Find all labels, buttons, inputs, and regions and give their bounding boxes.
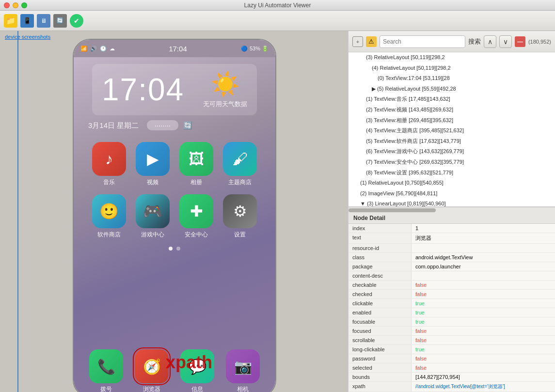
app-theme[interactable]: 🖌 主题商店 — [220, 142, 260, 187]
app-gallery-label: 相册 — [190, 178, 202, 187]
device-screenshots-label[interactable]: device screenshots — [0, 31, 55, 43]
left-panel: device screenshots 📶 🔊 🕐 ☁ 17:04 🔵 53% 🔋 — [0, 31, 348, 392]
detail-value[interactable]: true — [412, 345, 555, 354]
tree-item[interactable]: (2) TextView:视频 [143,485][269,632] — [349, 105, 555, 115]
app-store[interactable]: 🙂 软件商店 — [89, 194, 129, 239]
detail-value[interactable]: false — [412, 327, 555, 335]
detail-value[interactable] — [412, 271, 555, 280]
weather-widget: 17:04 ☀️ 无可用天气数据 — [92, 64, 257, 115]
detail-key: focused — [349, 327, 412, 335]
detail-value[interactable]: false — [412, 290, 555, 298]
prev-nav-button[interactable]: ∧ — [484, 35, 496, 48]
app-browser[interactable]: 🧭 浏览器 — [135, 349, 169, 392]
detail-value[interactable]: android.widget.TextView — [412, 253, 555, 262]
tree-item[interactable]: (6) TextView:游戏中心 [143,632][269,779] — [349, 146, 555, 157]
detail-value[interactable]: false — [412, 281, 555, 289]
search-label: 搜索 — [468, 37, 481, 46]
page-dot-2[interactable] — [176, 247, 180, 251]
tree-item[interactable]: (1) TextView:音乐 [17,485][143,632] — [349, 94, 555, 105]
close-window-button[interactable] — [4, 2, 10, 8]
app-gallery[interactable]: 🖼 相册 — [176, 142, 216, 187]
window-title: Lazy Ui Automator Viewer — [244, 2, 311, 9]
search-input-wrap[interactable] — [380, 35, 465, 48]
date-display: 3月14日 星期二 ········ 🔄 — [88, 120, 192, 130]
app-camera[interactable]: 📷 相机 — [226, 349, 260, 392]
detail-value[interactable]: true — [412, 299, 555, 308]
gallery-icon: 🖼 — [179, 142, 213, 176]
maximize-window-button[interactable] — [21, 2, 27, 8]
detail-value[interactable]: true — [412, 317, 555, 326]
detail-value[interactable]: false — [412, 363, 555, 372]
search-input[interactable] — [383, 38, 462, 45]
tree-item[interactable]: (4) TextView:主题商店 [395,485][521,632] — [349, 125, 555, 136]
app-video-label: 视频 — [147, 178, 159, 187]
check-icon[interactable]: ✔ — [70, 14, 83, 28]
tree-item[interactable]: (8) TextView:设置 [395,632][521,779] — [349, 168, 555, 178]
detail-key: checked — [349, 290, 412, 298]
detail-value[interactable]: false — [412, 336, 555, 345]
reload-icon[interactable]: 🔄 — [53, 14, 67, 28]
close-search-button[interactable]: — — [515, 36, 525, 47]
detail-value[interactable]: 1 — [412, 224, 555, 233]
tree-scrollbar-thumb[interactable] — [349, 208, 436, 212]
detail-key: long-clickable — [349, 345, 412, 354]
tree-item[interactable]: ▶ (5) RelativeLayout [55,59][492,28 — [349, 84, 555, 94]
detail-row: classandroid.widget.TextView — [349, 253, 555, 262]
tree-item[interactable]: (7) TextView:安全中心 [269,632][395,779] — [349, 157, 555, 168]
detail-key: xpath — [349, 382, 412, 392]
detail-key: index — [349, 224, 412, 233]
music-icon: ♪ — [92, 142, 126, 176]
app-game[interactable]: 🎮 游戏中心 — [133, 194, 173, 239]
tree-panel[interactable]: (3) RelativeLayout [50,119][298,2(4) Rel… — [349, 52, 555, 207]
detail-value[interactable]: [144,827][270,954] — [412, 373, 555, 381]
tree-item[interactable]: ▼ (3) LinearLayout [0,819][540,960] — [349, 199, 555, 207]
minimize-window-button[interactable] — [13, 2, 18, 8]
detail-value[interactable]: //android.widget.TextView[@text='浏览器'] — [412, 382, 555, 392]
detail-value[interactable] — [412, 244, 555, 252]
detail-key: class — [349, 253, 412, 262]
folder-icon[interactable]: 📁 — [4, 14, 17, 28]
clock-display: 17:04 — [102, 72, 184, 108]
tree-item[interactable]: (5) TextView:软件商店 [17,632][143,779] — [349, 136, 555, 147]
next-nav-button[interactable]: ∨ — [499, 35, 512, 48]
app-security[interactable]: ✚ 安全中心 — [176, 194, 216, 239]
detail-row: checkablefalse — [349, 281, 555, 290]
detail-key: resource-id — [349, 244, 412, 252]
detail-value[interactable]: 浏览器 — [412, 233, 555, 243]
page-dot-1[interactable] — [169, 247, 173, 251]
detail-value[interactable]: false — [412, 354, 555, 363]
screen-icon[interactable]: 🖥 — [37, 14, 50, 28]
app-settings[interactable]: ⚙ 设置 — [220, 194, 260, 239]
detail-key: clickable — [349, 299, 412, 308]
main-layout: device screenshots 📶 🔊 🕐 ☁ 17:04 🔵 53% 🔋 — [0, 31, 555, 392]
detail-value[interactable]: com.oppo.launcher — [412, 262, 555, 271]
detail-row: index1 — [349, 224, 555, 233]
device-connect-icon[interactable]: 📱 — [20, 14, 34, 28]
app-sms[interactable]: 💬 信息 — [180, 349, 214, 392]
tree-item[interactable]: (3) RelativeLayout [50,119][298,2 — [349, 52, 555, 63]
detail-key: content-desc — [349, 271, 412, 280]
detail-row: xpath//android.widget.TextView[@text='浏览… — [349, 382, 555, 392]
tree-item[interactable]: (0) TextView:17:04 [53,119][28 — [349, 73, 555, 84]
tree-item[interactable]: (4) RelativeLayout [50,119][298,2 — [349, 63, 555, 74]
detail-row: selectedfalse — [349, 363, 555, 373]
status-bar: 📶 🔊 🕐 ☁ 17:04 🔵 53% 🔋 — [74, 40, 275, 57]
app-camera-label: 相机 — [237, 385, 249, 392]
app-video[interactable]: ▶ 视频 — [133, 142, 173, 187]
plus-icon-btn[interactable]: + — [352, 36, 363, 47]
detail-key: text — [349, 233, 412, 243]
tree-item[interactable]: (1) RelativeLayout [0,750][540,855] — [349, 178, 555, 188]
app-music[interactable]: ♪ 音乐 — [89, 142, 129, 187]
detail-row: packagecom.oppo.launcher — [349, 262, 555, 271]
tree-item[interactable]: (2) ImageView [56,790][484,811] — [349, 188, 555, 199]
app-phone[interactable]: 📞 拨号 — [89, 349, 123, 392]
security-icon: ✚ — [179, 194, 213, 228]
phone-icon: 📞 — [89, 349, 123, 383]
tree-scrollbar[interactable] — [349, 207, 555, 213]
camera-icon: 📷 — [226, 349, 260, 383]
detail-value[interactable]: true — [412, 308, 555, 317]
alarm-icon: 🕐 — [100, 46, 107, 52]
app-phone-label: 拨号 — [100, 385, 112, 392]
detail-key: scrollable — [349, 336, 412, 345]
tree-item[interactable]: (3) TextView:相册 [269,485][395,632] — [349, 115, 555, 126]
